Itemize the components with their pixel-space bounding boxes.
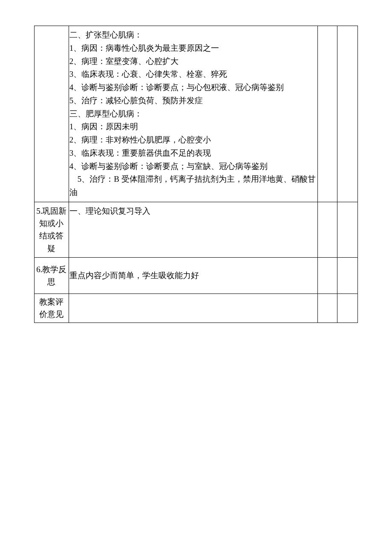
row4-col3 [318, 26, 337, 202]
row6-col3 [318, 257, 337, 293]
row5-content-cell: 一、理论知识复习导入 [69, 202, 318, 257]
row5-col3 [318, 202, 337, 257]
row5-label-text: 巩固新知或小结或答疑 [39, 206, 66, 253]
content-row-5: 5.巩固新知或小结或答疑 一、理论知识复习导入 [35, 202, 358, 257]
row4-line-7: 三、肥厚型心肌病： [69, 108, 317, 121]
row7-label-cell: 教案评价意见 [35, 293, 69, 323]
row5-content-text: 一、理论知识复习导入 [69, 205, 317, 218]
content-row-6: 6.教学反思 重点内容少而简单，学生吸收能力好 [35, 257, 358, 293]
row7-col4 [337, 293, 357, 323]
row4-line-1: 二、扩张型心肌病： [69, 29, 317, 42]
row4-label-cell [35, 26, 69, 202]
row6-content-text: 重点内容少而简单，学生吸收能力好 [69, 269, 317, 282]
row7-content-cell [69, 293, 318, 323]
row4-line-11: 4、诊断与鉴别诊断：诊断要点；与室缺、冠心病等鉴别 [69, 160, 317, 173]
content-row-4: 二、扩张型心肌病： 1、病因：病毒性心肌炎为最主要原因之一 2、病理：室壁变薄、… [35, 26, 358, 202]
row7-label-text: 教案评价意见 [39, 297, 63, 319]
row4-line-4: 3、临床表现：心衰、心律失常、栓塞、猝死 [69, 68, 317, 81]
row6-col4 [337, 257, 357, 293]
row4-content-block: 二、扩张型心肌病： 1、病因：病毒性心肌炎为最主要原因之一 2、病理：室壁变薄、… [69, 28, 317, 200]
row4-line-3: 2、病理：室壁变薄、心腔扩大 [69, 55, 317, 68]
row6-label-cell: 6.教学反思 [35, 257, 69, 293]
row4-line-12: 5、治疗：B 受体阻滞剂，钙离子拮抗剂为主，禁用洋地黄、硝酸甘油 [69, 173, 317, 199]
row4-line-10: 3、临床表现：重要脏器供血不足的表现 [69, 147, 317, 160]
row4-line-5: 4、诊断与鉴别诊断：诊断要点；与心包积液、冠心病等鉴别 [69, 81, 317, 94]
row4-line-2: 1、病因：病毒性心肌炎为最主要原因之一 [69, 42, 317, 55]
row7-col3 [318, 293, 337, 323]
row4-line-6: 5、治疗：减轻心脏负荷、预防并发症 [69, 94, 317, 108]
row4-col4 [337, 26, 357, 202]
row6-label-text: 教学反思 [42, 265, 66, 286]
row6-content-cell: 重点内容少而简单，学生吸收能力好 [69, 257, 318, 293]
row5-col4 [337, 202, 357, 257]
row4-line-9: 2、病理：非对称性心肌肥厚，心腔变小 [69, 134, 317, 147]
row5-label-cell: 5.巩固新知或小结或答疑 [35, 202, 69, 257]
row4-line-8: 1、病因：原因未明 [69, 120, 317, 134]
row4-content-cell: 二、扩张型心肌病： 1、病因：病毒性心肌炎为最主要原因之一 2、病理：室壁变薄、… [69, 26, 318, 202]
lesson-plan-table: 二、扩张型心肌病： 1、病因：病毒性心肌炎为最主要原因之一 2、病理：室壁变薄、… [34, 26, 358, 323]
row5-label-num: 5. [36, 206, 42, 215]
content-row-7: 教案评价意见 [35, 293, 358, 323]
row6-label-num: 6. [36, 265, 42, 274]
